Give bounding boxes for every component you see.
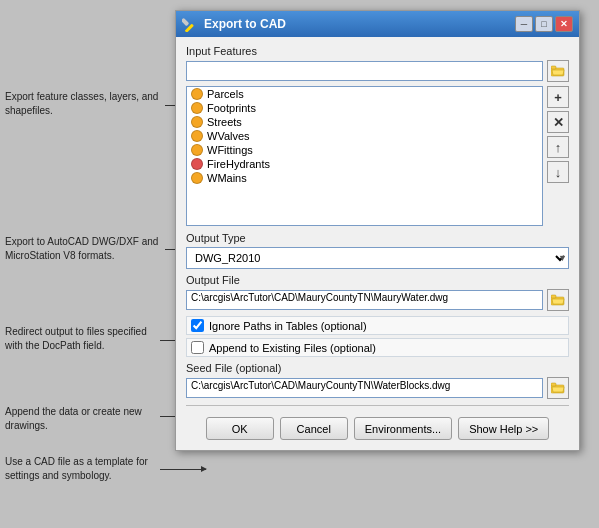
seed-file-row: Seed File (optional) C:\arcgis\ArcTutor\… xyxy=(186,362,569,399)
feature-icon xyxy=(191,88,203,100)
feature-icon xyxy=(191,102,203,114)
append-label: Append to Existing Files (optional) xyxy=(209,342,376,354)
dialog-divider xyxy=(186,405,569,406)
remove-item-button[interactable]: ✕ xyxy=(547,111,569,133)
minimize-button[interactable]: ─ xyxy=(515,16,533,32)
output-file-label: Output File xyxy=(186,274,569,286)
output-file-browse-button[interactable] xyxy=(547,289,569,311)
export-to-cad-dialog: Export to CAD ─ □ ✕ Input Features Parce… xyxy=(175,10,580,451)
annotation-1: Export feature classes, layers, and shap… xyxy=(5,90,165,117)
add-item-button[interactable]: + xyxy=(547,86,569,108)
feature-name: Streets xyxy=(207,116,242,128)
svg-rect-3 xyxy=(551,66,556,69)
environments-button[interactable]: Environments... xyxy=(354,417,452,440)
side-buttons-panel: + ✕ ↑ ↓ xyxy=(547,86,569,226)
feature-icon xyxy=(191,158,203,170)
svg-rect-7 xyxy=(551,383,556,386)
dialog-body: Input Features ParcelsFootprintsStreetsW… xyxy=(176,37,579,450)
feature-name: WMains xyxy=(207,172,247,184)
ignore-paths-row: Ignore Paths in Tables (optional) xyxy=(186,316,569,335)
move-down-button[interactable]: ↓ xyxy=(547,161,569,183)
feature-icon xyxy=(191,116,203,128)
bottom-buttons-row: OK Cancel Environments... Show Help >> xyxy=(186,412,569,444)
list-item[interactable]: WMains xyxy=(187,171,542,185)
list-item[interactable]: Footprints xyxy=(187,101,542,115)
input-features-list[interactable]: ParcelsFootprintsStreetsWValvesWFittings… xyxy=(186,86,543,226)
list-area-container: ParcelsFootprintsStreetsWValvesWFittings… xyxy=(186,86,569,226)
list-item[interactable]: Parcels xyxy=(187,87,542,101)
ignore-paths-checkbox[interactable] xyxy=(191,319,204,332)
output-file-row: Output File C:\arcgis\ArcTutor\CAD\Maury… xyxy=(186,274,569,311)
annotation-5: Use a CAD file as a template for setting… xyxy=(5,455,160,482)
feature-name: FireHydrants xyxy=(207,158,270,170)
show-help-button[interactable]: Show Help >> xyxy=(458,417,549,440)
input-features-field[interactable] xyxy=(186,61,543,81)
feature-name: Parcels xyxy=(207,88,244,100)
cancel-button[interactable]: Cancel xyxy=(280,417,348,440)
folder-browse-icon xyxy=(551,294,565,306)
dialog-icon xyxy=(182,16,198,32)
input-features-label: Input Features xyxy=(186,45,569,57)
svg-rect-5 xyxy=(551,295,556,298)
feature-name: WFittings xyxy=(207,144,253,156)
feature-name: Footprints xyxy=(207,102,256,114)
svg-rect-1 xyxy=(182,18,189,26)
list-item[interactable]: WValves xyxy=(187,129,542,143)
seed-folder-icon xyxy=(551,382,565,394)
restore-button[interactable]: □ xyxy=(535,16,553,32)
input-features-row xyxy=(186,60,569,82)
annotation-4: Append the data or create new drawings. xyxy=(5,405,160,432)
feature-name: WValves xyxy=(207,130,250,142)
feature-icon xyxy=(191,144,203,156)
close-button[interactable]: ✕ xyxy=(555,16,573,32)
output-file-field[interactable]: C:\arcgis\ArcTutor\CAD\MauryCountyTN\Mau… xyxy=(186,290,543,310)
title-bar: Export to CAD ─ □ ✕ xyxy=(176,11,579,37)
title-bar-left: Export to CAD xyxy=(182,16,286,32)
list-item[interactable]: WFittings xyxy=(187,143,542,157)
annotation-3: Redirect output to files specified with … xyxy=(5,325,160,352)
output-file-input-row: C:\arcgis\ArcTutor\CAD\MauryCountyTN\Mau… xyxy=(186,289,569,311)
title-controls: ─ □ ✕ xyxy=(515,16,573,32)
output-type-select[interactable]: DWG_R2010 DWG_R2007 DXF_R2010 xyxy=(186,247,569,269)
seed-file-field[interactable]: C:\arcgis\ArcTutor\CAD\MauryCountyTN\Wat… xyxy=(186,378,543,398)
seed-file-input-row: C:\arcgis\ArcTutor\CAD\MauryCountyTN\Wat… xyxy=(186,377,569,399)
ok-button[interactable]: OK xyxy=(206,417,274,440)
ignore-paths-label: Ignore Paths in Tables (optional) xyxy=(209,320,367,332)
output-type-label: Output Type xyxy=(186,232,569,244)
input-features-browse-button[interactable] xyxy=(547,60,569,82)
output-type-select-wrapper: DWG_R2010 DWG_R2007 DXF_R2010 ▼ xyxy=(186,247,569,269)
list-item[interactable]: FireHydrants xyxy=(187,157,542,171)
dialog-title: Export to CAD xyxy=(204,17,286,31)
append-checkbox[interactable] xyxy=(191,341,204,354)
move-up-button[interactable]: ↑ xyxy=(547,136,569,158)
list-item[interactable]: Streets xyxy=(187,115,542,129)
arrow-5 xyxy=(160,469,206,470)
annotations-panel: Export feature classes, layers, and shap… xyxy=(0,60,190,490)
folder-open-icon xyxy=(551,65,565,77)
seed-file-browse-button[interactable] xyxy=(547,377,569,399)
append-row: Append to Existing Files (optional) xyxy=(186,338,569,357)
seed-file-label: Seed File (optional) xyxy=(186,362,569,374)
feature-icon xyxy=(191,172,203,184)
annotation-2: Export to AutoCAD DWG/DXF and MicroStati… xyxy=(5,235,165,262)
output-type-row: Output Type DWG_R2010 DWG_R2007 DXF_R201… xyxy=(186,232,569,269)
feature-icon xyxy=(191,130,203,142)
